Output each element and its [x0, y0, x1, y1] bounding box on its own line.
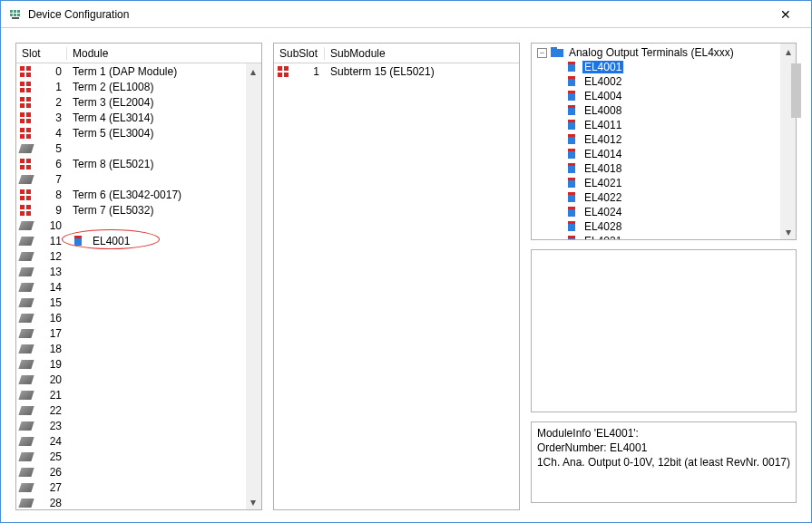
scroll-thumb[interactable]: [791, 63, 801, 118]
slot-row[interactable]: 26: [16, 464, 246, 479]
slot-number: 3: [55, 111, 62, 124]
module-name: Term 7 (EL5032): [73, 204, 153, 217]
svg-rect-49: [568, 79, 575, 86]
svg-rect-21: [20, 119, 24, 123]
subslot-rows: 1Subterm 15 (EL5021): [274, 63, 519, 509]
device-configuration-window: Device Configuration ✕ Slot Module 0Term…: [0, 0, 812, 523]
scroll-down-icon[interactable]: ▾: [780, 224, 796, 239]
svg-rect-14: [26, 88, 31, 92]
tree-root[interactable]: −Analog Output Terminals (EL4xxx): [533, 45, 794, 60]
slot-row[interactable]: 15: [16, 295, 246, 310]
svg-rect-7: [20, 66, 24, 71]
slot-row[interactable]: 6Term 8 (EL5021): [16, 156, 246, 171]
slot-row[interactable]: 18: [16, 341, 246, 356]
slot-row[interactable]: 14: [16, 279, 246, 295]
svg-rect-36: [26, 205, 31, 209]
slot-number: 20: [50, 373, 62, 386]
svg-rect-15: [20, 97, 24, 102]
slot-row[interactable]: 5: [16, 140, 246, 156]
subslot-table-header: SubSlot SubModule: [274, 44, 519, 63]
tree-scrollbar[interactable]: ▴ ▾: [780, 44, 796, 239]
svg-rect-70: [568, 221, 575, 224]
tree-item[interactable]: EL4008: [533, 103, 794, 118]
empty-slot-icon: [18, 252, 34, 261]
tree-item-label: EL4028: [582, 220, 623, 233]
folder-icon: [551, 47, 563, 58]
svg-rect-0: [10, 10, 13, 13]
submodule-header[interactable]: SubModule: [325, 47, 519, 60]
module-info-line: ModuleInfo 'EL4001':: [537, 426, 790, 441]
tree-item-label: EL4012: [582, 133, 623, 146]
tree-root-label: Analog Output Terminals (EL4xxx): [567, 46, 736, 59]
scroll-down-icon[interactable]: ▾: [246, 494, 261, 509]
slot-row[interactable]: 9Term 7 (EL5032): [16, 202, 246, 218]
module-name: Term 4 (EL3014): [73, 111, 153, 124]
tree-item[interactable]: EL4021: [533, 176, 794, 190]
slot-row[interactable]: 8Term 6 (EL3042-0017): [16, 187, 246, 202]
slot-row[interactable]: 21: [16, 387, 246, 402]
slot-row[interactable]: 13: [16, 264, 246, 279]
slot-row[interactable]: 23: [16, 418, 246, 433]
tree-item[interactable]: EL4014: [533, 147, 794, 161]
svg-rect-54: [568, 105, 575, 108]
tree-item[interactable]: EL4011: [533, 118, 794, 132]
tree-item-label: EL4022: [582, 191, 623, 204]
tree-item[interactable]: EL4024: [533, 205, 794, 219]
svg-rect-37: [20, 211, 24, 216]
tree-item[interactable]: EL4002: [533, 74, 794, 89]
module-red-icon: [20, 205, 31, 216]
slot-row[interactable]: 20: [16, 372, 246, 387]
tree-item-label: EL4001: [582, 61, 623, 73]
slot-row[interactable]: 22: [16, 402, 246, 418]
subslot-row[interactable]: 1Subterm 15 (EL5021): [274, 63, 519, 79]
slot-row[interactable]: 7: [16, 171, 246, 187]
slot-row[interactable]: 11EL4001: [16, 233, 246, 248]
tree-item[interactable]: EL4031: [533, 234, 794, 239]
slot-row[interactable]: 3Term 4 (EL3014): [16, 110, 246, 125]
slot-row[interactable]: 17: [16, 325, 246, 341]
terminal-icon: [566, 91, 579, 102]
slot-row[interactable]: 27: [16, 479, 246, 495]
svg-rect-64: [568, 178, 575, 180]
tree-item[interactable]: EL4004: [533, 89, 794, 103]
empty-slot-icon: [18, 314, 34, 323]
slot-row[interactable]: 25: [16, 449, 246, 464]
slot-row[interactable]: 0Term 1 (DAP Module): [16, 63, 246, 79]
slot-row[interactable]: 4Term 5 (EL3004): [16, 125, 246, 140]
slot-row[interactable]: 24: [16, 433, 246, 449]
slot-row[interactable]: 19: [16, 356, 246, 372]
empty-slot-icon: [18, 237, 34, 246]
slot-row[interactable]: 2Term 3 (EL2004): [16, 94, 246, 110]
tree-item[interactable]: EL4028: [533, 219, 794, 234]
close-button[interactable]: ✕: [768, 1, 804, 28]
scroll-up-icon[interactable]: ▴: [246, 63, 261, 79]
slot-header[interactable]: Slot: [16, 47, 67, 60]
scroll-up-icon[interactable]: ▴: [780, 44, 796, 59]
slot-row[interactable]: 10: [16, 218, 246, 233]
slot-row[interactable]: 16: [16, 310, 246, 325]
tree-item[interactable]: EL4022: [533, 190, 794, 205]
tree-item[interactable]: EL4018: [533, 161, 794, 176]
slot-row[interactable]: 12: [16, 248, 246, 264]
slot-rows: 0Term 1 (DAP Module)1Term 2 (EL1008)2Ter…: [16, 63, 261, 509]
slot-row[interactable]: 28: [16, 495, 246, 509]
module-red-icon: [20, 82, 31, 92]
detail-panel: [531, 249, 797, 412]
slot-row[interactable]: 1Term 2 (EL1008): [16, 79, 246, 94]
tree-item-label: EL4008: [582, 104, 623, 117]
tree-collapse-icon[interactable]: −: [537, 48, 547, 58]
svg-rect-48: [568, 62, 575, 64]
slot-number: 17: [50, 327, 62, 340]
slot-number: 13: [50, 266, 62, 278]
slot-scrollbar[interactable]: ▴ ▾: [246, 63, 261, 509]
tree-item[interactable]: EL4001: [533, 60, 794, 74]
svg-rect-25: [20, 134, 24, 139]
module-header[interactable]: Module: [67, 47, 246, 60]
subslot-header[interactable]: SubSlot: [274, 47, 325, 60]
terminal-icon: [73, 236, 85, 247]
module-red-icon: [20, 159, 31, 169]
slot-number: 10: [50, 219, 62, 232]
slot-number: 0: [55, 65, 62, 78]
tree-item[interactable]: EL4012: [533, 132, 794, 147]
slot-number: 2: [55, 96, 62, 109]
